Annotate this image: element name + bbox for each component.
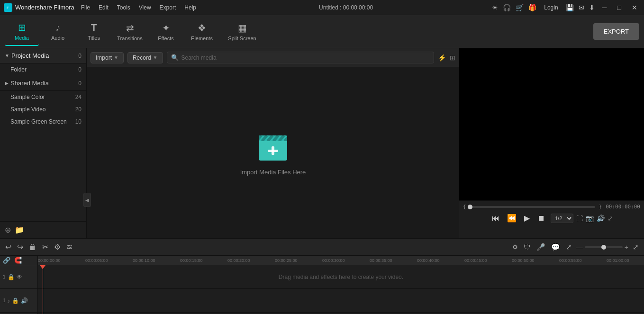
titles-label: Titles <box>88 35 100 41</box>
ruler-tick: 00:00:05:00 <box>85 258 108 263</box>
stop-button[interactable]: ⏹ <box>535 213 547 224</box>
sidebar-item-sample-green-screen[interactable]: Sample Green Screen 10 <box>0 116 86 128</box>
folder-open-icon[interactable]: 📁 <box>15 225 24 234</box>
menu-bar: File Edit Tools View Export Help <box>77 3 200 12</box>
save-icon[interactable]: 💾 <box>566 4 574 11</box>
preview-panel: { } 00:00:00:00 ⏮ ⏪ ▶ ⏹ 1/2 Full 1/4 <box>459 48 644 238</box>
close-button[interactable]: ✕ <box>629 4 640 11</box>
search-input[interactable] <box>181 54 430 61</box>
ruler-tick: 00:00:10:00 <box>133 258 155 263</box>
playhead[interactable] <box>43 265 43 314</box>
shield-button[interactable]: 🛡 <box>522 242 532 252</box>
cut-button[interactable]: ✂ <box>41 241 50 253</box>
zoom-thumb <box>601 245 606 250</box>
project-media-label: Project Media <box>11 52 76 59</box>
audio-track-eye[interactable]: 🔊 <box>21 297 28 304</box>
ruler-tick: 00:00:35:00 <box>370 258 392 263</box>
video-track-eye[interactable]: 👁 <box>17 274 22 280</box>
grid-icon[interactable]: ⊞ <box>450 54 455 62</box>
zoom-track[interactable] <box>585 246 623 248</box>
menu-view[interactable]: View <box>135 3 155 12</box>
elements-icon: ❖ <box>198 22 206 34</box>
login-button[interactable]: Login <box>541 3 561 12</box>
quality-select[interactable]: 1/2 Full 1/4 <box>551 214 573 223</box>
snap-button[interactable]: ⚙ <box>511 242 519 252</box>
add-media-icon[interactable]: ⊕ <box>5 225 11 234</box>
fullscreen-icon[interactable]: ⛶ <box>576 215 583 222</box>
maximize-button[interactable]: □ <box>615 4 624 11</box>
audio-label: Audio <box>51 35 64 41</box>
effects-label: Effects <box>158 36 173 41</box>
expand-timeline-button[interactable]: ⤢ <box>631 242 640 253</box>
tool-audio[interactable]: ♪ Audio <box>41 18 75 46</box>
sample-green-screen-count: 10 <box>75 118 82 125</box>
audio-track-lock[interactable]: 🔒 <box>12 297 19 304</box>
mic-button[interactable]: 🎤 <box>535 242 547 253</box>
undo-button[interactable]: ↩ <box>4 241 13 253</box>
ruler-tick: 00:00:45:00 <box>464 258 487 263</box>
ruler-tick: 00:00:50:00 <box>512 258 535 263</box>
sidebar-collapse-button[interactable]: ◀ <box>83 193 91 207</box>
sidebar-item-sample-color[interactable]: Sample Color 24 <box>0 91 86 103</box>
ruler-tick: 00:00:20:00 <box>227 258 250 263</box>
delete-button[interactable]: 🗑 <box>27 242 38 253</box>
redo-button[interactable]: ↪ <box>16 241 25 253</box>
transitions-icon: ⇄ <box>126 22 134 34</box>
snapshot-icon[interactable]: 📷 <box>586 215 594 222</box>
video-track-lock[interactable]: 🔒 <box>8 274 15 280</box>
minimize-button[interactable]: ─ <box>599 4 610 11</box>
project-media-count: 0 <box>78 53 82 59</box>
audio-track[interactable] <box>38 289 644 313</box>
headset-icon[interactable]: 🎧 <box>503 4 511 11</box>
magnet-icon[interactable]: 🧲 <box>14 257 22 264</box>
gift-icon[interactable]: 🎁 <box>528 4 536 11</box>
menu-tools[interactable]: Tools <box>113 3 134 12</box>
mail-icon[interactable]: ✉ <box>579 4 584 11</box>
audio-clip-button[interactable]: ≋ <box>65 241 74 253</box>
link-icon[interactable]: 🔗 <box>3 257 10 264</box>
tool-transitions[interactable]: ⇄ Transitions <box>113 18 147 46</box>
download-icon[interactable]: ⬇ <box>589 4 595 11</box>
tool-elements[interactable]: ❖ Elements <box>185 18 219 46</box>
import-dropdown[interactable]: Import ▼ <box>91 52 124 63</box>
filter-icon[interactable]: ⚡ <box>438 54 446 62</box>
project-media-header[interactable]: ▼ Project Media 0 <box>0 48 86 63</box>
menu-edit[interactable]: Edit <box>95 3 112 12</box>
tool-titles[interactable]: T Titles <box>77 18 111 46</box>
sun-icon[interactable]: ☀ <box>492 4 498 11</box>
sample-video-count: 20 <box>75 106 82 113</box>
timecode-display: 00:00:00:00 <box>606 204 640 210</box>
title-center: Untitled : 00:00:00:00 <box>319 4 373 11</box>
record-dropdown[interactable]: Record ▼ <box>127 52 163 63</box>
tool-effects[interactable]: ✦ Effects <box>149 18 183 46</box>
menu-help[interactable]: Help <box>181 3 200 12</box>
zoom-in-icon[interactable]: + <box>625 243 628 251</box>
expand-icon[interactable]: ⤢ <box>608 215 613 222</box>
timeline-content: 🔗 🧲 1 🔒 👁 1 ♪ 🔒 🔊 00:00:00:0000:00:05:00… <box>0 256 644 314</box>
tool-media[interactable]: ⊞ Media <box>5 18 39 46</box>
volume-icon[interactable]: 🔊 <box>597 215 605 222</box>
shared-media-header[interactable]: ▶ Shared Media 0 <box>0 76 86 91</box>
step-back-button[interactable]: ⏮ <box>490 213 501 224</box>
progress-bar-track[interactable] <box>470 206 595 208</box>
export-button[interactable]: EXPORT <box>593 23 639 40</box>
chevron-down-icon: ▼ <box>5 53 9 58</box>
menu-export[interactable]: Export <box>156 3 180 12</box>
adjust-button[interactable]: ⚙ <box>53 241 62 253</box>
cart-icon[interactable]: 🛒 <box>516 4 524 11</box>
video-track[interactable]: Drag media and effects here to create yo… <box>38 265 644 289</box>
subtitle-button[interactable]: 💬 <box>550 242 562 253</box>
tool-splitscreen[interactable]: ▦ Split Screen <box>221 18 263 46</box>
sample-video-label: Sample Video <box>10 106 75 113</box>
svg-rect-12 <box>268 150 278 152</box>
sidebar-item-folder[interactable]: Folder 0 <box>0 63 86 76</box>
menu-file[interactable]: File <box>77 3 94 12</box>
zoom-out-icon[interactable]: — <box>576 243 583 251</box>
media-content: Import Media Files Here <box>87 67 459 238</box>
sidebar-item-sample-video[interactable]: Sample Video 20 <box>0 103 86 116</box>
preview-video <box>459 48 644 200</box>
play-button[interactable]: ▶ <box>522 213 532 224</box>
media-label: Media <box>15 35 29 41</box>
transform-button[interactable]: ⤢ <box>564 242 573 253</box>
frame-back-button[interactable]: ⏪ <box>505 213 518 224</box>
